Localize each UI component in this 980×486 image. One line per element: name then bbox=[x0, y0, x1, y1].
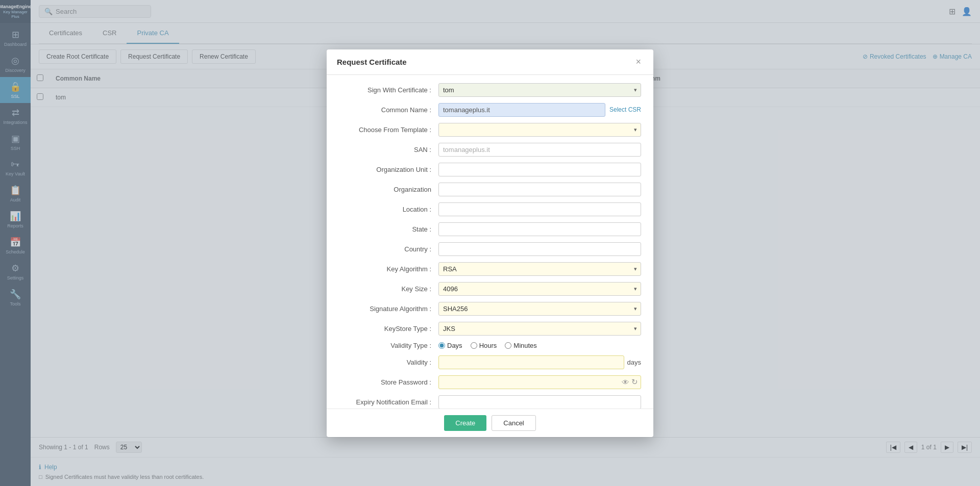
sig-algorithm-label: Signature Algorithm : bbox=[339, 305, 438, 313]
choose-template-row: Choose From Template : bbox=[339, 123, 641, 137]
location-label: Location : bbox=[339, 206, 438, 213]
modal-close-button[interactable]: × bbox=[633, 57, 643, 67]
sig-algorithm-wrap: SHA256 SHA384 SHA512 bbox=[438, 302, 641, 316]
country-label: Country : bbox=[339, 245, 438, 253]
sign-with-cert-select[interactable]: tom bbox=[438, 83, 641, 97]
key-algorithm-row: Key Algorithm : RSA EC DSA bbox=[339, 262, 641, 276]
sig-algorithm-select[interactable]: SHA256 SHA384 SHA512 bbox=[438, 302, 641, 316]
expiry-email-label: Expiry Notification Email : bbox=[339, 398, 438, 406]
common-name-wrap: Select CSR bbox=[438, 103, 641, 117]
validity-minutes-radio[interactable] bbox=[505, 342, 511, 349]
keystore-type-select[interactable]: JKS PKCS12 bbox=[438, 322, 641, 336]
org-input[interactable] bbox=[438, 183, 641, 196]
country-row: Country : bbox=[339, 242, 641, 256]
validity-hours-radio[interactable] bbox=[471, 342, 477, 349]
keystore-type-row: KeyStore Type : JKS PKCS12 bbox=[339, 322, 641, 336]
common-name-row: Common Name : Select CSR bbox=[339, 103, 641, 117]
validity-label: Validity : bbox=[339, 359, 438, 366]
modal-footer: Create Cancel bbox=[327, 408, 653, 437]
validity-input[interactable] bbox=[438, 355, 624, 369]
validity-minutes-label: Minutes bbox=[513, 342, 537, 349]
org-unit-row: Organization Unit : bbox=[339, 163, 641, 176]
expiry-email-row: Expiry Notification Email : bbox=[339, 395, 641, 408]
choose-template-select[interactable] bbox=[438, 123, 641, 137]
org-row: Organization bbox=[339, 183, 641, 196]
validity-days-label: Days bbox=[447, 342, 462, 349]
modal-body: Sign With Certificate : tom Common Name … bbox=[327, 75, 653, 408]
password-icons: 👁 ↻ bbox=[622, 377, 638, 387]
validity-minutes-option[interactable]: Minutes bbox=[505, 342, 537, 349]
sign-with-cert-wrap: tom bbox=[438, 83, 641, 97]
store-password-label: Store Password : bbox=[339, 378, 438, 386]
sign-with-cert-label: Sign With Certificate : bbox=[339, 86, 438, 94]
modal-header: Request Certificate × bbox=[327, 49, 653, 75]
san-label: SAN : bbox=[339, 146, 438, 154]
key-algorithm-wrap: RSA EC DSA bbox=[438, 262, 641, 276]
validity-days-radio[interactable] bbox=[438, 342, 445, 349]
validity-row: Validity : days bbox=[339, 355, 641, 369]
validity-wrap: days bbox=[438, 355, 641, 369]
san-input[interactable] bbox=[438, 143, 641, 157]
validity-unit: days bbox=[627, 359, 641, 366]
key-size-row: Key Size : 1024 2048 4096 bbox=[339, 282, 641, 296]
org-label: Organization bbox=[339, 186, 438, 193]
state-input[interactable] bbox=[438, 222, 641, 236]
state-label: State : bbox=[339, 225, 438, 233]
sign-with-cert-row: Sign With Certificate : tom bbox=[339, 83, 641, 97]
country-input[interactable] bbox=[438, 242, 641, 256]
location-row: Location : bbox=[339, 202, 641, 216]
key-size-wrap: 1024 2048 4096 bbox=[438, 282, 641, 296]
validity-type-row: Validity Type : Days Hours Minutes bbox=[339, 342, 641, 349]
common-name-label: Common Name : bbox=[339, 106, 438, 114]
common-name-input[interactable] bbox=[438, 103, 605, 117]
sig-algorithm-row: Signature Algorithm : SHA256 SHA384 SHA5… bbox=[339, 302, 641, 316]
key-size-label: Key Size : bbox=[339, 285, 438, 293]
san-row: SAN : bbox=[339, 143, 641, 157]
store-password-row: Store Password : 👁 ↻ bbox=[339, 375, 641, 389]
generate-password-icon[interactable]: ↻ bbox=[631, 377, 638, 387]
show-password-icon[interactable]: 👁 bbox=[622, 378, 629, 387]
validity-days-option[interactable]: Days bbox=[438, 342, 462, 349]
state-row: State : bbox=[339, 222, 641, 236]
org-unit-input[interactable] bbox=[438, 163, 641, 176]
validity-hours-option[interactable]: Hours bbox=[471, 342, 497, 349]
create-button[interactable]: Create bbox=[444, 415, 486, 431]
select-csr-link[interactable]: Select CSR bbox=[609, 106, 641, 113]
store-password-input[interactable] bbox=[438, 375, 641, 389]
key-size-select[interactable]: 1024 2048 4096 bbox=[438, 282, 641, 296]
key-algorithm-select[interactable]: RSA EC DSA bbox=[438, 262, 641, 276]
request-certificate-modal: Request Certificate × Sign With Certific… bbox=[327, 49, 653, 437]
modal-title: Request Certificate bbox=[337, 58, 407, 66]
choose-template-label: Choose From Template : bbox=[339, 126, 438, 134]
validity-hours-label: Hours bbox=[479, 342, 497, 349]
key-algorithm-label: Key Algorithm : bbox=[339, 265, 438, 273]
store-password-wrap: 👁 ↻ bbox=[438, 375, 641, 389]
expiry-email-input[interactable] bbox=[438, 395, 641, 408]
keystore-type-wrap: JKS PKCS12 bbox=[438, 322, 641, 336]
choose-template-wrap bbox=[438, 123, 641, 137]
cancel-button[interactable]: Cancel bbox=[492, 415, 535, 431]
location-input[interactable] bbox=[438, 202, 641, 216]
keystore-type-label: KeyStore Type : bbox=[339, 325, 438, 332]
modal-overlay: Request Certificate × Sign With Certific… bbox=[0, 0, 980, 486]
validity-type-label: Validity Type : bbox=[339, 342, 438, 349]
org-unit-label: Organization Unit : bbox=[339, 166, 438, 173]
validity-type-group: Days Hours Minutes bbox=[438, 342, 641, 349]
